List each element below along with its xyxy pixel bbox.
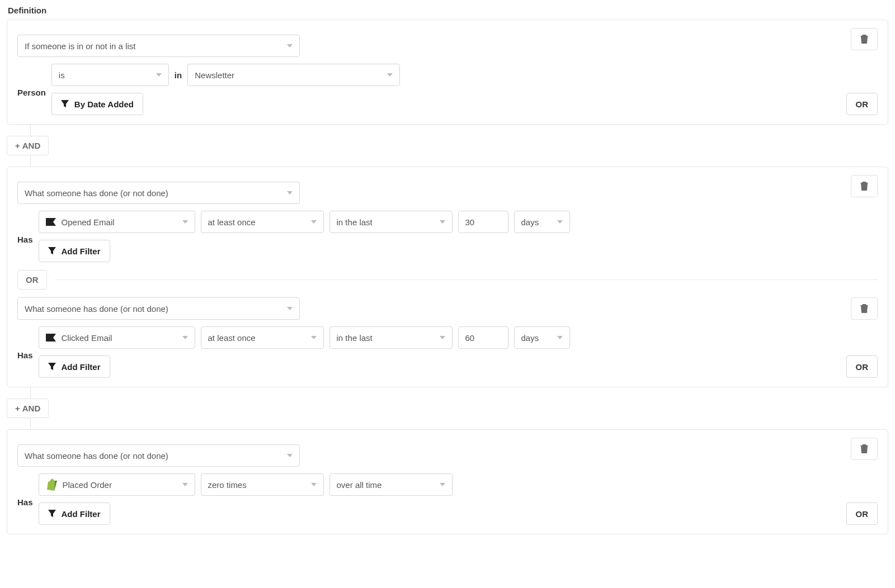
- filter-icon: [61, 100, 69, 108]
- filter-icon: [48, 510, 56, 518]
- chevron-down-icon: [557, 220, 563, 224]
- delete-condition-button[interactable]: [851, 28, 878, 50]
- connector-line: [30, 387, 31, 399]
- select-value: zero times: [208, 480, 247, 490]
- klaviyo-flag-icon: [46, 218, 56, 226]
- delete-condition-button[interactable]: [851, 175, 878, 197]
- select-value: over all time: [337, 480, 382, 490]
- condition-type-select[interactable]: What someone has done (or not done): [17, 182, 300, 204]
- has-label: Has: [17, 492, 33, 507]
- select-value: Newsletter: [195, 70, 234, 80]
- in-label: in: [175, 70, 182, 80]
- or-button[interactable]: OR: [846, 93, 878, 115]
- chevron-down-icon: [182, 336, 188, 339]
- trash-icon: [860, 35, 868, 44]
- plus-icon: +: [15, 141, 20, 150]
- event-select[interactable]: Opened Email: [39, 211, 195, 233]
- section-title: Definition: [8, 6, 888, 15]
- time-range-select[interactable]: over all time: [329, 473, 453, 496]
- select-value: Opened Email: [62, 217, 115, 227]
- chevron-down-icon: [287, 191, 293, 195]
- divider: [55, 279, 878, 280]
- select-value: What someone has done (or not done): [25, 188, 168, 198]
- chevron-down-icon: [287, 454, 293, 457]
- trash-icon: [860, 304, 868, 313]
- chevron-down-icon: [440, 336, 445, 339]
- connector-line: [30, 418, 31, 429]
- condition-group: What someone has done (or not done) Has …: [7, 167, 888, 387]
- button-label: OR: [856, 509, 869, 519]
- chevron-down-icon: [182, 483, 188, 486]
- condition-group: What someone has done (or not done) Has …: [7, 429, 888, 534]
- trash-icon: [860, 444, 868, 453]
- time-unit-select[interactable]: days: [514, 326, 570, 349]
- chevron-down-icon: [156, 73, 162, 77]
- trash-icon: [860, 182, 868, 191]
- select-value: days: [521, 333, 539, 343]
- select-value: at least once: [208, 333, 256, 343]
- time-range-select[interactable]: in the last: [329, 326, 453, 349]
- button-label: Add Filter: [62, 246, 101, 256]
- chevron-down-icon: [387, 73, 393, 77]
- delete-condition-button[interactable]: [851, 297, 878, 320]
- condition-type-select[interactable]: If someone is in or not in a list: [17, 35, 300, 57]
- has-label: Has: [17, 229, 33, 244]
- chevron-down-icon: [440, 220, 445, 224]
- filter-icon: [48, 247, 56, 255]
- has-label: Has: [17, 345, 33, 360]
- connector-line: [30, 125, 31, 136]
- or-separator: OR: [17, 270, 47, 290]
- select-value: in the last: [337, 333, 373, 343]
- select-value: What someone has done (or not done): [25, 451, 168, 461]
- event-select[interactable]: Clicked Email: [39, 326, 195, 349]
- chevron-down-icon: [311, 336, 317, 339]
- person-operator-select[interactable]: is: [51, 64, 169, 86]
- klaviyo-flag-icon: [46, 334, 56, 342]
- condition-group: If someone is in or not in a list Person…: [7, 20, 888, 125]
- chevron-down-icon: [311, 483, 317, 486]
- condition-type-select[interactable]: What someone has done (or not done): [17, 444, 300, 467]
- select-value: Clicked Email: [62, 333, 112, 343]
- frequency-select[interactable]: at least once: [201, 326, 324, 349]
- select-value: What someone has done (or not done): [25, 304, 168, 314]
- delete-condition-button[interactable]: [851, 438, 878, 460]
- button-label: By Date Added: [74, 99, 134, 109]
- select-value: days: [521, 217, 539, 227]
- event-select[interactable]: Placed Order: [39, 473, 195, 496]
- person-label: Person: [17, 82, 46, 97]
- by-date-added-button[interactable]: By Date Added: [51, 93, 143, 115]
- time-unit-select[interactable]: days: [514, 211, 570, 233]
- chevron-down-icon: [311, 220, 317, 224]
- button-label: Add Filter: [62, 362, 101, 372]
- and-button[interactable]: + AND: [7, 136, 49, 155]
- time-range-select[interactable]: in the last: [329, 211, 453, 233]
- add-filter-button[interactable]: Add Filter: [39, 502, 110, 525]
- filter-icon: [48, 363, 56, 371]
- plus-icon: +: [15, 404, 20, 413]
- button-label: AND: [22, 404, 41, 413]
- button-label: Add Filter: [62, 509, 101, 519]
- button-label: OR: [856, 99, 869, 109]
- add-filter-button[interactable]: Add Filter: [39, 240, 110, 262]
- or-button[interactable]: OR: [846, 502, 878, 525]
- shopify-icon: [46, 478, 57, 491]
- chevron-down-icon: [287, 44, 293, 48]
- frequency-select[interactable]: at least once: [201, 211, 324, 233]
- time-amount-input[interactable]: [458, 326, 508, 349]
- select-value: Placed Order: [63, 480, 112, 490]
- chevron-down-icon: [182, 220, 188, 224]
- and-button[interactable]: + AND: [7, 399, 49, 418]
- frequency-select[interactable]: zero times: [201, 473, 324, 496]
- select-value: is: [59, 70, 65, 80]
- condition-type-select[interactable]: What someone has done (or not done): [17, 297, 300, 320]
- list-select[interactable]: Newsletter: [187, 64, 400, 86]
- select-value: If someone is in or not in a list: [25, 41, 135, 51]
- button-label: AND: [22, 141, 41, 150]
- select-value: at least once: [208, 217, 256, 227]
- chevron-down-icon: [287, 307, 293, 310]
- chevron-down-icon: [557, 336, 563, 339]
- chevron-down-icon: [440, 483, 445, 486]
- select-value: in the last: [337, 217, 373, 227]
- add-filter-button[interactable]: Add Filter: [39, 355, 110, 378]
- time-amount-input[interactable]: [458, 211, 508, 233]
